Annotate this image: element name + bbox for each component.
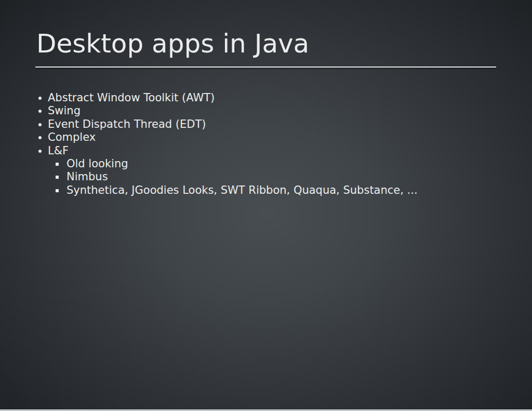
sub-list-item-label: Synthetica, JGoodies Looks, SWT Ribbon, … bbox=[66, 184, 418, 196]
list-item-label: Complex bbox=[48, 131, 96, 143]
sub-list-item-label: Old looking bbox=[66, 157, 128, 170]
list-item-label: L&F bbox=[48, 144, 69, 157]
list-item: Complex bbox=[0, 131, 418, 144]
presentation-slide: Desktop apps in Java Abstract Window Too… bbox=[0, 0, 532, 411]
list-item: Event Dispatch Thread (EDT) bbox=[0, 118, 418, 131]
list-item: Abstract Window Toolkit (AWT) bbox=[0, 91, 418, 104]
sub-list-item: Old looking bbox=[48, 157, 418, 170]
sub-list-item-label: Nimbus bbox=[66, 170, 108, 183]
sub-bullet-list: Old looking Nimbus Synthetica, JGoodies … bbox=[48, 157, 418, 197]
bullet-list: Abstract Window Toolkit (AWT) Swing Even… bbox=[0, 91, 418, 197]
list-item: L&F Old looking Nimbus Synthetica, JGood… bbox=[0, 144, 418, 197]
sub-list-item: Synthetica, JGoodies Looks, SWT Ribbon, … bbox=[48, 184, 418, 197]
slide-title: Desktop apps in Java bbox=[36, 30, 309, 57]
title-underline bbox=[35, 67, 496, 68]
list-item: Swing bbox=[0, 104, 418, 117]
sub-list-item: Nimbus bbox=[48, 170, 418, 183]
list-item-label: Swing bbox=[48, 104, 81, 117]
list-item-label: Event Dispatch Thread (EDT) bbox=[48, 118, 206, 130]
list-item-label: Abstract Window Toolkit (AWT) bbox=[48, 91, 215, 104]
